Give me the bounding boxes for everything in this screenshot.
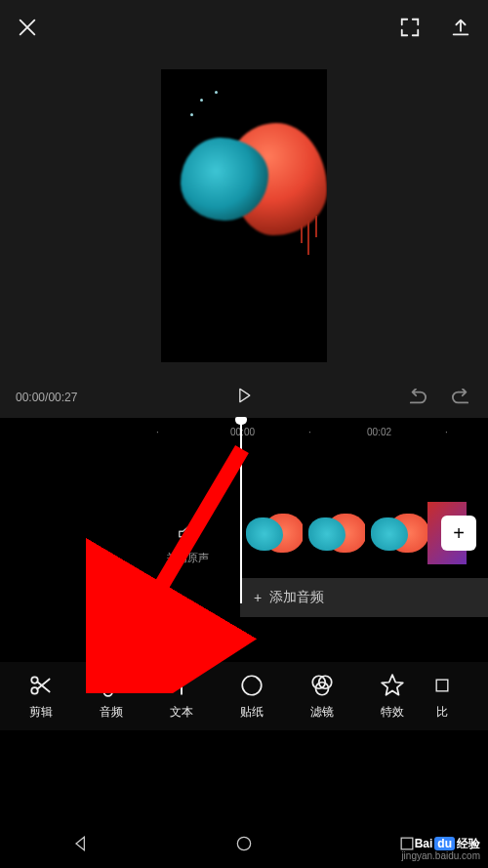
circle-home-icon [234,834,254,853]
nav-back-button[interactable] [71,834,91,857]
tool-label: 音频 [100,704,123,721]
scissors-icon [28,673,54,698]
upload-icon [450,17,471,38]
playback-bar: 00:00/00:27 [0,377,488,418]
export-button[interactable] [449,16,472,39]
add-audio-track[interactable]: + 添加音频 [240,578,488,617]
tool-label: 贴纸 [240,704,264,721]
time-display: 00:00/00:27 [16,391,77,404]
music-note-icon [99,673,124,698]
undo-icon [407,389,428,406]
svg-point-9 [237,837,250,849]
sticker-icon [239,673,264,698]
close-icon [17,17,38,38]
clip-thumb [365,502,427,564]
system-nav-bar: Baidu经验 jingyan.baidu.com [0,823,488,868]
top-bar [0,0,488,55]
play-icon [234,386,254,405]
tool-label: 特效 [381,704,404,721]
plus-icon: + [453,522,465,545]
tool-edit[interactable]: 剪辑 [6,673,76,721]
close-button[interactable] [16,16,39,39]
timeline-area[interactable]: · 00:00 · 00:02 · 关闭原声 + + 添加音频 [0,418,488,730]
tool-text[interactable]: 文本 [146,673,217,721]
tool-bar: 剪辑 音频 文本 [0,662,488,730]
tool-effects[interactable]: 特效 [357,673,427,721]
tool-label: 滤镜 [310,704,334,721]
star-icon [380,673,405,698]
tool-label: 比 [436,704,448,721]
tool-sticker[interactable]: 贴纸 [217,673,287,721]
tool-label: 剪辑 [29,704,53,721]
fullscreen-button[interactable] [398,16,422,39]
speaker-icon [176,523,199,545]
clip-thumb [240,502,303,564]
fullscreen-icon [399,17,421,38]
mute-label: 关闭原声 [166,551,209,565]
clip-thumb [303,502,365,564]
tool-label: 文本 [170,704,193,721]
text-icon [169,673,194,698]
svg-point-3 [242,676,262,695]
crop-icon [432,673,452,698]
nav-home-button[interactable] [234,834,254,857]
redo-icon [450,389,471,406]
svg-point-2 [103,687,112,696]
playhead[interactable] [240,418,242,603]
preview-area [0,55,488,377]
redo-button[interactable] [449,386,472,409]
triangle-back-icon [71,834,91,853]
mute-original-button[interactable]: 关闭原声 [166,523,209,565]
tool-ratio[interactable]: 比 [427,673,457,721]
undo-button[interactable] [406,386,429,409]
play-button[interactable] [234,386,254,409]
svg-rect-7 [436,680,448,691]
preview-frame[interactable] [161,69,327,362]
watermark: Baidu经验 jingyan.baidu.com [401,837,480,862]
tool-audio[interactable]: 音频 [76,673,146,721]
add-clip-button[interactable]: + [441,516,476,551]
tool-filter[interactable]: 滤镜 [287,673,357,721]
plus-icon: + [254,590,262,605]
add-audio-label: 添加音频 [269,589,324,606]
filter-icon [309,673,335,698]
